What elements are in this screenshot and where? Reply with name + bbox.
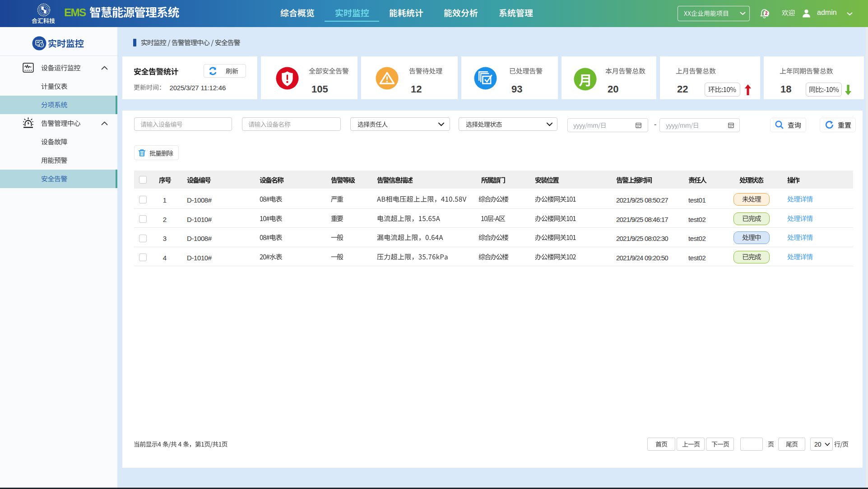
svg-text:2: 2 <box>765 11 768 16</box>
